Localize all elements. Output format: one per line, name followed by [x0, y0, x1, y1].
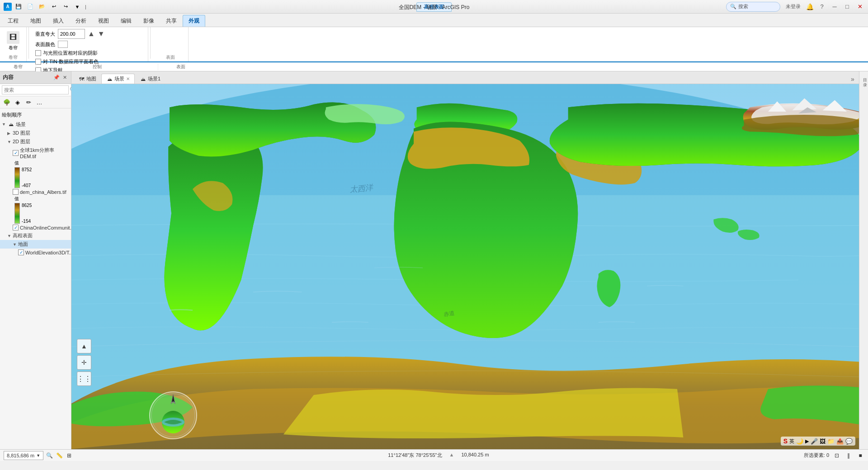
- toolbar-dropdown[interactable]: ▼: [72, 2, 82, 12]
- sidebar-close-button[interactable]: ✕: [61, 74, 68, 81]
- scene-tab-close[interactable]: ✕: [126, 76, 130, 81]
- sidebar-pin-button[interactable]: 📌: [53, 74, 60, 81]
- sogou-icon[interactable]: S: [783, 437, 788, 445]
- elev-toggle[interactable]: ▼: [7, 234, 13, 238]
- curtain-group-title: 卷帘: [5, 53, 22, 61]
- tree-3d-layers[interactable]: ▶ 3D 图层: [0, 129, 71, 137]
- sep1: [28, 27, 29, 59]
- help-button[interactable]: ?: [817, 2, 826, 11]
- nav-pan-button[interactable]: ✛: [77, 355, 91, 370]
- sep2: [150, 27, 151, 59]
- shadow-checkbox-label[interactable]: 与光照位置相对应的阴影: [35, 50, 98, 56]
- view-tab-scene1[interactable]: ⛰ 场景1: [135, 74, 165, 84]
- compass[interactable]: [148, 390, 198, 440]
- statusbar-right: 所选要素: 0 ⊡ ‖ ■: [804, 451, 864, 460]
- tree-elevation-group[interactable]: ▼ 高程表面: [0, 231, 71, 240]
- tree-world-elevation[interactable]: WorldElevation3D/T...: [0, 249, 71, 256]
- tab-analysis[interactable]: 分析: [70, 15, 92, 27]
- close-button[interactable]: ✕: [855, 2, 864, 11]
- new-project-button[interactable]: 📄: [25, 2, 35, 12]
- sidebar-search: 🔍: [0, 84, 71, 96]
- layer-type-btn-more[interactable]: …: [34, 97, 44, 107]
- nav-dots-button[interactable]: ⋮⋮: [77, 371, 91, 386]
- ground-toggle[interactable]: ▼: [13, 242, 18, 247]
- tab-insert[interactable]: 插入: [47, 15, 70, 27]
- tab-appearance[interactable]: 外观: [183, 15, 205, 27]
- tab-project[interactable]: 工程: [2, 15, 24, 27]
- undo-button[interactable]: ↩: [49, 2, 59, 12]
- viewport[interactable]: 太西洋 赤道 ▲ ✛ ⋮⋮: [71, 84, 859, 449]
- map-tab-icon: 🗺: [78, 76, 85, 82]
- surface-color-label: 表面颜色: [35, 41, 55, 48]
- statusbar-left: 8,815,686 m ▼ 🔍 📏 ⊞: [4, 451, 73, 460]
- tab-share[interactable]: 共享: [160, 15, 183, 27]
- surface-color-picker[interactable]: [58, 41, 68, 48]
- shadow-label: 与光照位置相对应的阴影: [43, 50, 98, 56]
- right-panel-btn-2[interactable]: 录: [860, 78, 868, 81]
- folder-icon[interactable]: 📁: [827, 438, 835, 445]
- right-panel-btn-1[interactable]: 目: [860, 73, 868, 77]
- sidebar-tree: 绘制顺序 ▼ ⛰ 场景 ▶ 3D 图层 ▼ 2D 图层: [0, 108, 71, 449]
- layer-online-label: ChinaOnlineCommunit...: [20, 225, 71, 230]
- minimize-button[interactable]: ─: [830, 2, 839, 11]
- nav-up-button[interactable]: ▲: [77, 339, 91, 353]
- bottom-right-icons: S 英 🌙 ▶ 🎤 🖼 📁 📤 💬: [781, 437, 855, 446]
- zoom-in-button[interactable]: 🔍: [45, 451, 53, 460]
- vertical-spin-up[interactable]: ▲: [88, 30, 95, 38]
- moon-icon[interactable]: 🌙: [796, 438, 803, 445]
- 3d-label: 3D 图层: [13, 130, 30, 136]
- shadow-checkbox[interactable]: [35, 50, 41, 56]
- scale-dropdown-arrow[interactable]: ▼: [36, 453, 40, 458]
- tree-layer-china[interactable]: dem_china_Albers.tif: [0, 188, 71, 196]
- view-tab-map[interactable]: 🗺 地图: [73, 74, 101, 84]
- search-icon: 🔍: [730, 4, 736, 9]
- stop-button[interactable]: ■: [856, 451, 864, 460]
- upload-icon[interactable]: 📤: [836, 438, 844, 445]
- world-elev-checkbox[interactable]: [18, 249, 24, 255]
- open-button[interactable]: 📂: [37, 2, 47, 12]
- play-icon[interactable]: ▶: [805, 438, 809, 444]
- tree-scene[interactable]: ▼ ⛰ 场景: [0, 120, 71, 129]
- notification-icon[interactable]: 🔔: [806, 3, 814, 10]
- expand-button[interactable]: ⊡: [833, 451, 841, 460]
- 3d-toggle[interactable]: ▶: [7, 131, 13, 136]
- tab-imagery[interactable]: 影像: [137, 15, 160, 27]
- layer-type-btn-2[interactable]: ◈: [13, 97, 23, 107]
- tree-layer-online[interactable]: ChinaOnlineCommunit...: [0, 224, 71, 231]
- 2d-toggle[interactable]: ▼: [7, 140, 13, 144]
- restore-button[interactable]: □: [843, 2, 852, 11]
- scene-toggle[interactable]: ▼: [2, 122, 7, 127]
- scale-options-button[interactable]: 📏: [55, 451, 63, 460]
- vertical-spin-down[interactable]: ▼: [98, 30, 105, 38]
- curtain-label: 卷帘: [9, 45, 18, 51]
- sidebar: 内容 📌 ✕ 🔍 🌳 ◈ ✏ … 绘制顺序 ▼ ⛰: [0, 71, 71, 449]
- grid-button[interactable]: ⊞: [65, 451, 73, 460]
- layer-type-btn-1[interactable]: 🌳: [2, 97, 12, 107]
- tree-layer-dem[interactable]: 全球1km分辨率DEM.tif: [0, 146, 71, 160]
- tab-map[interactable]: 地图: [24, 15, 47, 27]
- tree-ground[interactable]: ▼ 地面: [0, 240, 71, 249]
- tree-2d-layers[interactable]: ▼ 2D 图层: [0, 137, 71, 146]
- tab-view[interactable]: 视图: [92, 15, 115, 27]
- save-button[interactable]: 💾: [14, 2, 24, 12]
- image-icon[interactable]: 🖼: [820, 438, 826, 445]
- pause-button[interactable]: ‖: [844, 451, 853, 460]
- layer-type-btn-3[interactable]: ✏: [24, 97, 33, 107]
- layer-online-checkbox[interactable]: [13, 225, 19, 230]
- layer-china-checkbox[interactable]: [13, 189, 19, 195]
- ime-label[interactable]: 英: [789, 438, 794, 445]
- sidebar-search-input[interactable]: [2, 85, 69, 94]
- vertical-exag-input[interactable]: [58, 29, 85, 39]
- redo-button[interactable]: ↪: [61, 2, 71, 12]
- chat-icon[interactable]: 💬: [845, 438, 853, 445]
- layer-dem-checkbox[interactable]: [13, 150, 19, 156]
- sidebar-header-buttons: 📌 ✕: [53, 74, 68, 81]
- curtain-button[interactable]: 🎞 卷帘: [5, 30, 22, 52]
- mic-icon[interactable]: 🎤: [811, 438, 818, 445]
- global-search[interactable]: 🔍 搜索: [726, 2, 780, 12]
- tab-edit[interactable]: 编辑: [115, 15, 137, 27]
- legend-ramp-2: [14, 203, 20, 224]
- view-expand-button[interactable]: »: [848, 75, 857, 84]
- view-tab-scene[interactable]: ⛰ 场景 ✕: [101, 74, 135, 84]
- scale-selector[interactable]: 8,815,686 m ▼: [4, 451, 43, 460]
